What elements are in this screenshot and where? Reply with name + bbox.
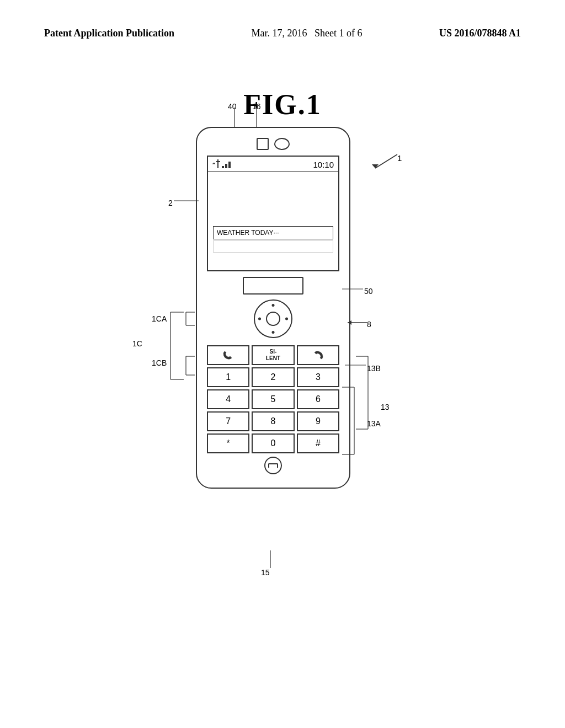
antenna-icon: ᵔ	[212, 161, 215, 169]
date-label: Mar. 17, 2016	[252, 28, 307, 39]
screen-content: WEATHER TODAY···	[208, 172, 338, 256]
key-5[interactable]: 5	[252, 389, 294, 409]
keypad: 1 2 3 4 5 6 7 8 9 * 0 #	[207, 367, 339, 453]
end-icon	[312, 350, 324, 360]
function-buttons-row: SI-LENT	[207, 345, 339, 365]
dpad-dot-left	[258, 318, 261, 320]
page: Patent Application Publication Mar. 17, …	[0, 0, 565, 728]
dpad-circle	[254, 299, 292, 338]
ref-50: 50	[364, 287, 373, 296]
ref-1C: 1C	[132, 339, 142, 348]
sheet-label: Sheet 1 of 6	[315, 28, 362, 39]
ref-15-line	[270, 550, 271, 570]
patent-number-label: US 2016/078848 A1	[439, 28, 521, 39]
dpad-dot-right	[285, 318, 288, 320]
ref-50-line	[342, 288, 365, 290]
call-icon	[222, 350, 234, 360]
ref-2: 2	[168, 199, 173, 207]
strap-connector	[264, 457, 282, 474]
ref-1-arrow	[359, 149, 403, 171]
dpad-dot-up	[272, 304, 275, 307]
svg-rect-8	[228, 162, 231, 168]
ref-13A-bracket	[342, 385, 365, 457]
silent-button[interactable]: SI-LENT	[252, 345, 294, 365]
svg-rect-7	[225, 164, 227, 168]
header: Patent Application Publication Mar. 17, …	[0, 28, 565, 39]
publication-label: Patent Application Publication	[44, 28, 174, 39]
phone-body: ᵔ 10:10	[196, 127, 350, 489]
notification-empty-bar	[213, 240, 333, 253]
svg-rect-6	[222, 166, 224, 168]
svg-marker-12	[348, 320, 351, 325]
center-btn-row	[207, 277, 339, 295]
key-0[interactable]: 0	[252, 433, 294, 453]
key-2[interactable]: 2	[252, 367, 294, 387]
ref-13A: 13A	[367, 419, 381, 428]
key-7[interactable]: 7	[207, 411, 249, 431]
call-button[interactable]	[207, 345, 249, 365]
ref-8-arrow	[345, 317, 370, 328]
dpad-container	[207, 297, 339, 341]
strap-inner	[268, 463, 278, 468]
center-nav-button[interactable]	[243, 277, 303, 295]
dpad-dot-down	[272, 331, 275, 334]
key-3[interactable]: 3	[297, 367, 339, 387]
phone-top-bar	[207, 138, 339, 150]
end-call-button[interactable]	[297, 345, 339, 365]
key-4[interactable]: 4	[207, 389, 249, 409]
ref-13: 13	[381, 403, 390, 411]
key-hash[interactable]: #	[297, 433, 339, 453]
camera	[257, 138, 269, 150]
screen-main-area	[211, 174, 335, 224]
time-display: 10:10	[313, 160, 334, 169]
phone-screen: ᵔ 10:10	[207, 156, 339, 271]
ref-2-line	[174, 200, 201, 201]
ref-1CB: 1CB	[152, 358, 167, 367]
key-8[interactable]: 8	[252, 411, 294, 431]
phone-bottom-strap	[207, 457, 339, 474]
phone-diagram: 40 16 ᵔ	[196, 127, 350, 489]
dpad-center-btn[interactable]	[266, 312, 280, 326]
key-9[interactable]: 9	[297, 411, 339, 431]
dpad[interactable]	[251, 297, 295, 341]
key-1[interactable]: 1	[207, 367, 249, 387]
key-star[interactable]: *	[207, 433, 249, 453]
ref-1C-bracket	[167, 310, 186, 382]
svg-line-0	[375, 154, 397, 168]
ref-15: 15	[261, 568, 270, 577]
signal-indicator: ᵔ	[212, 159, 232, 169]
key-6[interactable]: 6	[297, 389, 339, 409]
date-sheet-label: Mar. 17, 2016 Sheet 1 of 6	[252, 28, 363, 39]
speaker	[274, 138, 290, 150]
signal-bars-svg	[216, 159, 232, 169]
status-bar: ᵔ 10:10	[208, 157, 338, 172]
notification-bar: WEATHER TODAY···	[213, 226, 333, 239]
ref-1CA: 1CA	[152, 314, 167, 323]
